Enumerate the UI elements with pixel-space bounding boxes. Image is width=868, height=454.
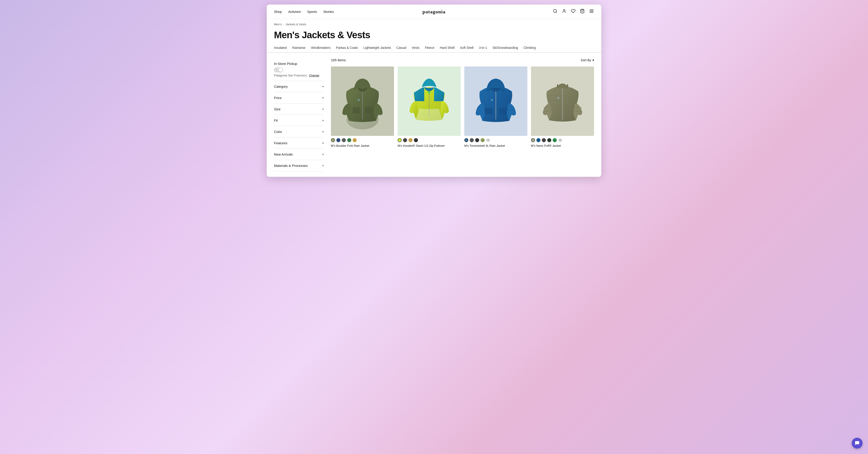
svg-point-11	[358, 99, 360, 101]
svg-point-0	[554, 9, 557, 12]
product-card-2[interactable]: M's Houdini® Stash 1/2-Zip Pullover	[398, 66, 461, 147]
filter-features-label: Features	[274, 141, 287, 145]
swatch[interactable]	[398, 138, 402, 142]
tab-hard-shell[interactable]: Hard Shell	[440, 46, 455, 53]
product-image-1	[331, 66, 394, 136]
filter-size: Size ▾	[274, 103, 324, 115]
filter-new-arrivals-header[interactable]: New Arrivals ▾	[274, 152, 324, 156]
swatch[interactable]	[536, 138, 540, 142]
sort-by-label: Sort By	[581, 58, 591, 62]
filter-features: Features ▾	[274, 138, 324, 149]
filter-features-header[interactable]: Features ▾	[274, 141, 324, 145]
sort-chevron-icon: ▾	[592, 58, 594, 62]
filter-category-label: Category	[274, 85, 288, 88]
tab-3in1[interactable]: 3-in-1	[479, 46, 487, 53]
tab-rainwear[interactable]: Rainwear	[292, 46, 306, 53]
products-header: 105 Items Sort By ▾	[331, 58, 594, 62]
svg-line-1	[556, 12, 557, 13]
swatch[interactable]	[331, 138, 335, 142]
swatch[interactable]	[408, 138, 412, 142]
wishlist-icon[interactable]	[571, 9, 576, 14]
swatch[interactable]	[470, 138, 474, 142]
product-swatches-3: +4	[464, 138, 527, 142]
nav-left: Shop Activism Sports Stories	[274, 10, 334, 13]
change-store-link[interactable]: Change	[309, 74, 319, 77]
chevron-down-icon: ▾	[322, 153, 324, 156]
category-tabs: Insulated Rainwear Windbreakers Parkas &…	[267, 46, 601, 53]
swatch[interactable]	[531, 138, 535, 142]
nav-shop[interactable]: Shop	[274, 10, 282, 13]
product-swatches-1	[331, 138, 394, 142]
product-image-4	[531, 66, 594, 136]
swatch-more[interactable]: +3	[558, 138, 562, 142]
chat-icon	[855, 441, 860, 446]
filter-fit: Fit ▾	[274, 115, 324, 126]
filter-color-header[interactable]: Color ▾	[274, 130, 324, 133]
tab-parkas-coats[interactable]: Parkas & Coats	[336, 46, 358, 53]
product-card-4[interactable]: +3 M's Nano Puff® Jacket	[531, 66, 594, 147]
filter-fit-header[interactable]: Fit ▾	[274, 119, 324, 122]
cart-icon[interactable]	[580, 9, 585, 14]
breadcrumb-parent[interactable]: Men's	[274, 23, 282, 26]
svg-point-2	[563, 9, 565, 11]
swatch[interactable]	[414, 138, 418, 142]
tab-vests[interactable]: Vests	[412, 46, 419, 53]
nav-activism[interactable]: Activism	[288, 10, 301, 13]
svg-point-17	[491, 99, 493, 101]
page-title: Men's Jackets & Vests	[267, 28, 601, 46]
filter-new-arrivals: New Arrivals ▾	[274, 149, 324, 160]
swatch[interactable]	[464, 138, 468, 142]
breadcrumb-separator: ›	[283, 23, 284, 26]
tab-ski-snowboarding[interactable]: Ski/Snowboarding	[493, 46, 518, 53]
store-info: Patagonia San Francisco Change	[274, 74, 324, 77]
swatch[interactable]	[336, 138, 340, 142]
nav-stories[interactable]: Stories	[323, 10, 334, 13]
tab-soft-shell[interactable]: Soft Shell	[460, 46, 473, 53]
chevron-down-icon: ▾	[322, 96, 324, 99]
chevron-down-icon: ▾	[322, 130, 324, 133]
chevron-down-icon: ▾	[322, 164, 324, 167]
nav-sports[interactable]: Sports	[307, 10, 317, 13]
search-icon[interactable]	[553, 9, 557, 14]
products-grid: M's Boulder Fork Rain Jacket	[331, 66, 594, 147]
swatch[interactable]	[403, 138, 407, 142]
store-pickup-toggle[interactable]	[274, 67, 283, 72]
jacket-illustration-3	[469, 72, 523, 131]
swatch[interactable]	[547, 138, 551, 142]
chat-button[interactable]	[852, 438, 863, 449]
product-name-1: M's Boulder Fork Rain Jacket	[331, 144, 394, 147]
filter-price-header[interactable]: Price ▾	[274, 96, 324, 100]
store-pickup-title: In-Store Pickup	[274, 62, 324, 66]
tab-insulated[interactable]: Insulated	[274, 46, 287, 53]
filter-category-header[interactable]: Category ▾	[274, 85, 324, 88]
svg-rect-9	[352, 108, 360, 114]
chevron-down-icon: ▾	[322, 119, 324, 122]
swatch[interactable]	[352, 138, 357, 142]
product-card-3[interactable]: +4 M's Torrentshell 3L Rain Jacket	[464, 66, 527, 147]
swatch-more[interactable]: +4	[486, 138, 490, 142]
product-card-1[interactable]: M's Boulder Fork Rain Jacket	[331, 66, 394, 147]
tab-fleece[interactable]: Fleece	[425, 46, 434, 53]
swatch[interactable]	[342, 138, 346, 142]
tab-windbreakers[interactable]: Windbreakers	[311, 46, 331, 53]
site-logo[interactable]: patagonia	[423, 9, 445, 15]
account-icon[interactable]	[562, 9, 566, 14]
swatch[interactable]	[475, 138, 479, 142]
menu-icon[interactable]	[589, 8, 594, 15]
tab-climbing[interactable]: Climbing	[524, 46, 536, 53]
jacket-illustration-2	[402, 72, 456, 131]
filter-fit-label: Fit	[274, 119, 278, 122]
product-image-2	[398, 66, 461, 136]
tab-lightweight-jackets[interactable]: Lightweight Jackets	[364, 46, 391, 53]
filter-size-header[interactable]: Size ▾	[274, 107, 324, 111]
swatch[interactable]	[553, 138, 557, 142]
swatch[interactable]	[542, 138, 546, 142]
swatch[interactable]	[480, 138, 485, 142]
tab-casual[interactable]: Casual	[397, 46, 406, 53]
filter-materials-label: Materials & Processes	[274, 164, 308, 168]
top-nav: Shop Activism Sports Stories patagonia	[267, 4, 601, 19]
filter-materials-header[interactable]: Materials & Processes ▾	[274, 164, 324, 168]
nav-right	[553, 8, 594, 15]
swatch[interactable]	[347, 138, 351, 142]
sort-by-button[interactable]: Sort By ▾	[581, 58, 594, 62]
